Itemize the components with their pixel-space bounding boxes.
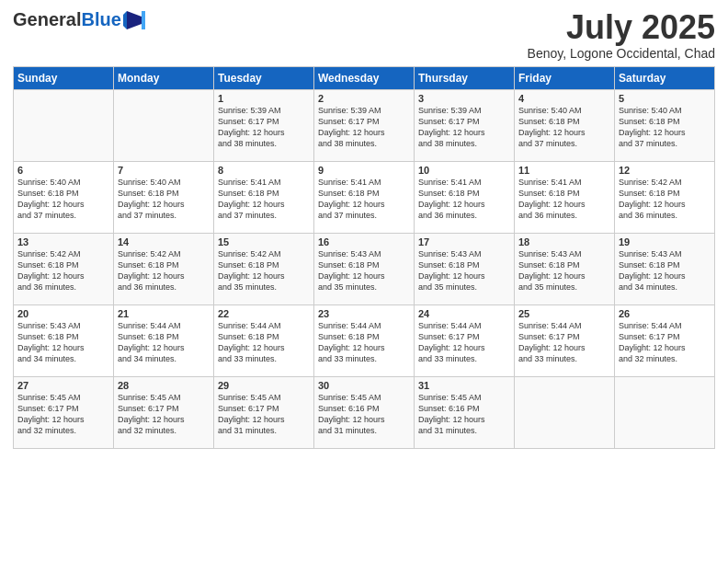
day-info: Sunrise: 5:44 AM Sunset: 6:17 PM Dayligh… [518,320,610,365]
day-info: Sunrise: 5:41 AM Sunset: 6:18 PM Dayligh… [318,177,410,222]
day-info: Sunrise: 5:45 AM Sunset: 6:17 PM Dayligh… [218,392,310,437]
day-number: 3 [418,93,510,104]
day-info: Sunrise: 5:41 AM Sunset: 6:18 PM Dayligh… [518,177,610,222]
day-cell: 16Sunrise: 5:43 AM Sunset: 6:18 PM Dayli… [314,233,415,304]
day-info: Sunrise: 5:40 AM Sunset: 6:18 PM Dayligh… [518,105,610,150]
day-cell: 5Sunrise: 5:40 AM Sunset: 6:18 PM Daylig… [615,89,715,161]
day-info: Sunrise: 5:41 AM Sunset: 6:18 PM Dayligh… [218,177,310,222]
day-cell: 3Sunrise: 5:39 AM Sunset: 6:17 PM Daylig… [415,89,515,161]
logo-flag-icon [123,11,145,29]
day-number: 20 [17,308,109,319]
day-cell: 24Sunrise: 5:44 AM Sunset: 6:17 PM Dayli… [415,304,515,376]
day-info: Sunrise: 5:41 AM Sunset: 6:18 PM Dayligh… [418,177,510,222]
day-cell: 25Sunrise: 5:44 AM Sunset: 6:17 PM Dayli… [515,304,615,376]
day-number: 16 [318,236,410,247]
day-info: Sunrise: 5:40 AM Sunset: 6:18 PM Dayligh… [17,177,109,222]
day-info: Sunrise: 5:40 AM Sunset: 6:18 PM Dayligh… [619,105,711,150]
day-cell: 7Sunrise: 5:40 AM Sunset: 6:18 PM Daylig… [114,161,214,233]
day-cell: 15Sunrise: 5:42 AM Sunset: 6:18 PM Dayli… [214,233,314,304]
day-cell: 30Sunrise: 5:45 AM Sunset: 6:16 PM Dayli… [314,376,415,448]
day-cell [615,376,715,448]
col-monday: Monday [114,66,214,89]
logo: GeneralBlue [13,9,145,30]
day-number: 9 [318,165,410,176]
day-cell: 19Sunrise: 5:43 AM Sunset: 6:18 PM Dayli… [615,233,715,304]
svg-marker-0 [127,11,142,29]
day-number: 2 [318,93,410,104]
day-cell: 26Sunrise: 5:44 AM Sunset: 6:17 PM Dayli… [615,304,715,376]
day-cell: 11Sunrise: 5:41 AM Sunset: 6:18 PM Dayli… [515,161,615,233]
day-number: 18 [518,236,610,247]
day-cell: 14Sunrise: 5:42 AM Sunset: 6:18 PM Dayli… [114,233,214,304]
day-info: Sunrise: 5:42 AM Sunset: 6:18 PM Dayligh… [118,248,210,293]
day-cell: 8Sunrise: 5:41 AM Sunset: 6:18 PM Daylig… [214,161,314,233]
header-row: Sunday Monday Tuesday Wednesday Thursday… [14,66,715,89]
logo-blue: Blue [81,9,120,29]
day-info: Sunrise: 5:44 AM Sunset: 6:18 PM Dayligh… [118,320,210,365]
logo-text: GeneralBlue [13,9,121,30]
day-info: Sunrise: 5:44 AM Sunset: 6:17 PM Dayligh… [619,320,711,365]
day-info: Sunrise: 5:43 AM Sunset: 6:18 PM Dayligh… [619,248,711,293]
day-info: Sunrise: 5:44 AM Sunset: 6:18 PM Dayligh… [318,320,410,365]
day-cell: 18Sunrise: 5:43 AM Sunset: 6:18 PM Dayli… [515,233,615,304]
day-number: 24 [418,308,510,319]
day-info: Sunrise: 5:45 AM Sunset: 6:17 PM Dayligh… [17,392,109,437]
day-info: Sunrise: 5:43 AM Sunset: 6:18 PM Dayligh… [318,248,410,293]
day-cell: 27Sunrise: 5:45 AM Sunset: 6:17 PM Dayli… [14,376,114,448]
day-cell: 1Sunrise: 5:39 AM Sunset: 6:17 PM Daylig… [214,89,314,161]
calendar-table: Sunday Monday Tuesday Wednesday Thursday… [13,66,715,449]
day-info: Sunrise: 5:42 AM Sunset: 6:18 PM Dayligh… [218,248,310,293]
day-number: 21 [118,308,210,319]
day-info: Sunrise: 5:45 AM Sunset: 6:16 PM Dayligh… [318,392,410,437]
day-number: 7 [118,165,210,176]
calendar-body: 1Sunrise: 5:39 AM Sunset: 6:17 PM Daylig… [14,89,715,448]
week-row-2: 6Sunrise: 5:40 AM Sunset: 6:18 PM Daylig… [14,161,715,233]
day-number: 23 [318,308,410,319]
day-number: 30 [318,380,410,391]
day-number: 28 [118,380,210,391]
day-number: 25 [518,308,610,319]
day-cell: 4Sunrise: 5:40 AM Sunset: 6:18 PM Daylig… [515,89,615,161]
day-number: 22 [218,308,310,319]
day-cell: 12Sunrise: 5:42 AM Sunset: 6:18 PM Dayli… [615,161,715,233]
day-number: 6 [17,165,109,176]
day-cell: 29Sunrise: 5:45 AM Sunset: 6:17 PM Dayli… [214,376,314,448]
location: Benoy, Logone Occidental, Chad [528,46,715,61]
day-info: Sunrise: 5:43 AM Sunset: 6:18 PM Dayligh… [17,320,109,365]
day-number: 29 [218,380,310,391]
day-number: 5 [619,93,711,104]
day-cell: 31Sunrise: 5:45 AM Sunset: 6:16 PM Dayli… [415,376,515,448]
day-number: 11 [518,165,610,176]
day-info: Sunrise: 5:40 AM Sunset: 6:18 PM Dayligh… [118,177,210,222]
logo-general: General [13,9,81,29]
day-cell: 17Sunrise: 5:43 AM Sunset: 6:18 PM Dayli… [415,233,515,304]
day-info: Sunrise: 5:39 AM Sunset: 6:17 PM Dayligh… [418,105,510,150]
day-cell: 28Sunrise: 5:45 AM Sunset: 6:17 PM Dayli… [114,376,214,448]
day-info: Sunrise: 5:42 AM Sunset: 6:18 PM Dayligh… [17,248,109,293]
day-cell: 6Sunrise: 5:40 AM Sunset: 6:18 PM Daylig… [14,161,114,233]
day-info: Sunrise: 5:45 AM Sunset: 6:16 PM Dayligh… [418,392,510,437]
day-cell: 13Sunrise: 5:42 AM Sunset: 6:18 PM Dayli… [14,233,114,304]
col-friday: Friday [515,66,615,89]
day-number: 1 [218,93,310,104]
col-wednesday: Wednesday [314,66,415,89]
day-cell [14,89,114,161]
day-cell: 21Sunrise: 5:44 AM Sunset: 6:18 PM Dayli… [114,304,214,376]
header: GeneralBlue July 2025 Benoy, Logone Occi… [13,9,715,61]
day-cell: 22Sunrise: 5:44 AM Sunset: 6:18 PM Dayli… [214,304,314,376]
day-number: 8 [218,165,310,176]
day-number: 26 [619,308,711,319]
day-info: Sunrise: 5:39 AM Sunset: 6:17 PM Dayligh… [318,105,410,150]
day-number: 14 [118,236,210,247]
col-sunday: Sunday [14,66,114,89]
week-row-3: 13Sunrise: 5:42 AM Sunset: 6:18 PM Dayli… [14,233,715,304]
day-cell [114,89,214,161]
svg-marker-2 [123,11,127,29]
day-info: Sunrise: 5:42 AM Sunset: 6:18 PM Dayligh… [619,177,711,222]
svg-marker-1 [142,11,145,29]
day-info: Sunrise: 5:44 AM Sunset: 6:17 PM Dayligh… [418,320,510,365]
day-number: 12 [619,165,711,176]
month-title: July 2025 [528,9,715,46]
day-info: Sunrise: 5:39 AM Sunset: 6:17 PM Dayligh… [218,105,310,150]
day-number: 27 [17,380,109,391]
